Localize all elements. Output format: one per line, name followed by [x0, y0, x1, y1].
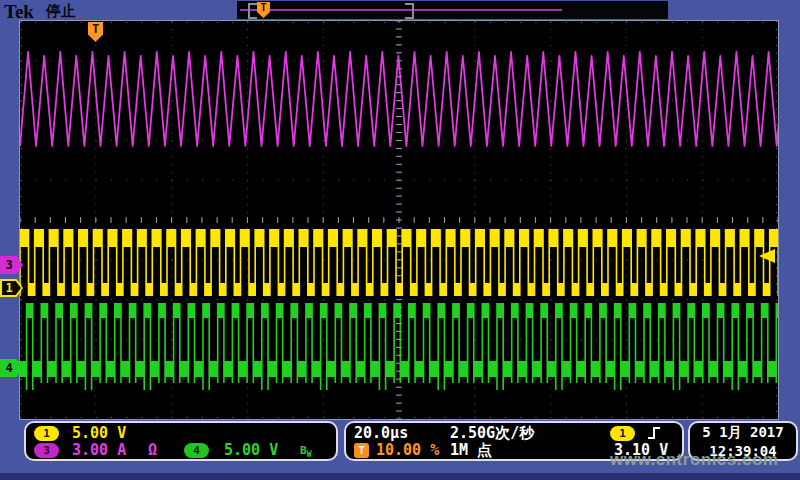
ch3-badge[interactable]: 3: [34, 443, 59, 458]
acquisition-status: 停止: [46, 2, 76, 21]
waveform-canvas: [20, 21, 778, 419]
waveform-display: [20, 21, 778, 419]
date-readout: 5 1月 2017: [702, 424, 783, 442]
ch1-badge[interactable]: 1: [34, 426, 59, 441]
window-bracket-right-icon: [405, 3, 414, 19]
trigger-position-readout: 10.00 %: [376, 441, 439, 459]
ch4-badge[interactable]: 4: [184, 443, 209, 458]
record-waveform-line: [240, 9, 562, 11]
channel-readout-panel[interactable]: 1 5.00 V 3 3.00 A Ω 4 5.00 V BW: [24, 421, 338, 461]
ch4-scale-readout: 5.00 V: [224, 441, 278, 459]
ch1-scale-readout: 5.00 V: [72, 424, 126, 442]
oscilloscope-screen: Tek 停止 T T 3 1 4 1 5.00 V 3 3.00 A Ω 4 5…: [0, 0, 800, 480]
rising-edge-icon: [646, 425, 662, 441]
trigger-position-badge[interactable]: T: [354, 443, 369, 458]
record-length-readout: 1M 点: [450, 441, 492, 460]
ch3-coupling-symbol: Ω: [148, 441, 157, 459]
watermark-text: www.cntronics.com: [610, 450, 778, 470]
window-bracket-left-icon: [248, 3, 257, 19]
ch4-bandwidth-icon: BW: [300, 444, 311, 459]
timebase-readout: 20.0µs: [354, 424, 408, 442]
ch3-scale-readout: 3.00 A: [72, 441, 126, 459]
bottom-border-strip: [0, 473, 800, 480]
tek-logo: Tek: [4, 1, 34, 23]
trigger-position-icon[interactable]: T: [257, 2, 270, 18]
record-view-bar[interactable]: T: [237, 1, 668, 19]
trigger-source-badge[interactable]: 1: [610, 426, 635, 441]
